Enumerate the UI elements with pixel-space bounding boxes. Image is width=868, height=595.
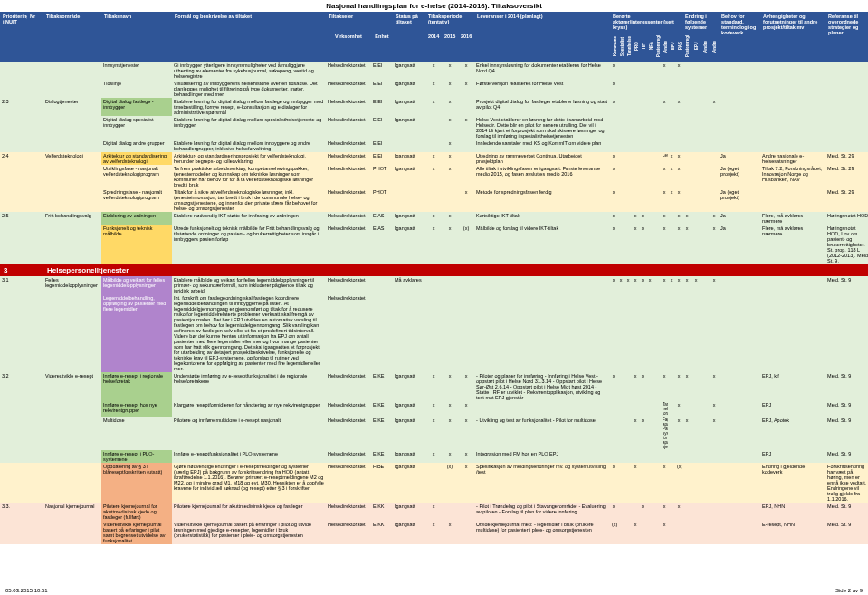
- actor-cell: [646, 165, 653, 188]
- cell: - Piloter og planer for innføring - Innf…: [474, 372, 610, 401]
- cell: [27, 152, 43, 165]
- cell: Ja: [719, 225, 760, 264]
- cell: x: [425, 225, 442, 264]
- cell: x: [425, 450, 442, 463]
- actor-cell: [668, 116, 675, 139]
- cell: Etablere løsning for digital dialog mell…: [172, 98, 326, 116]
- actor-cell: [617, 401, 625, 417]
- actor-cell: [632, 165, 639, 188]
- actor-cell: x: [668, 188, 675, 212]
- cell: [719, 401, 760, 417]
- change-cell: [682, 521, 692, 544]
- cell: x: [458, 372, 474, 401]
- h-v0: Kommune: [613, 34, 617, 59]
- actor-cell: x: [675, 503, 682, 521]
- cell: Digital dialog andre grupper: [101, 139, 172, 152]
- cell: [27, 372, 43, 401]
- actor-cell: [639, 80, 646, 98]
- cell: Helsedirektoratet: [326, 521, 371, 544]
- actor-cell: [625, 225, 632, 264]
- actor-cell: x: [675, 152, 682, 165]
- cell: [458, 139, 474, 152]
- cell: Alle tiltak i utviklingsfasen er igangsa…: [474, 165, 610, 188]
- cell: Igangsatt: [393, 98, 425, 116]
- actor-cell: [661, 80, 668, 98]
- change-cell: [710, 463, 719, 503]
- cell: [43, 116, 101, 139]
- actor-cell: x: [661, 98, 668, 116]
- table-row: Legemiddelbehandling, oppfølging av pasi…: [0, 294, 868, 372]
- cell: [458, 294, 474, 372]
- cell: [43, 521, 101, 544]
- actor-cell: [653, 212, 661, 225]
- cell: Meld. St. 9: [825, 372, 868, 401]
- cell: x: [442, 417, 458, 450]
- cell: EIAS: [371, 212, 393, 225]
- actor-cell: x: [632, 225, 639, 264]
- actor-cell: x: [661, 225, 668, 264]
- cell: Igangsatt: [393, 450, 425, 463]
- actor-cell: x: [675, 372, 682, 401]
- h-v3: PRO: [634, 34, 639, 59]
- actor-cell: [617, 62, 625, 80]
- change-cell: [701, 463, 710, 503]
- cell: [43, 225, 101, 264]
- actor-cell: [617, 225, 625, 264]
- change-cell: [682, 152, 692, 165]
- cell: (x): [458, 225, 474, 264]
- cell: [474, 294, 610, 372]
- h-v8: PAS: [678, 34, 682, 59]
- cell: [719, 116, 760, 139]
- cell: [27, 116, 43, 139]
- actor-cell: [639, 165, 646, 188]
- cell: x: [442, 372, 458, 401]
- cell: [43, 450, 101, 463]
- actor-cell: x: [661, 212, 668, 225]
- cell: Ja: [719, 212, 760, 225]
- actor-cell: [646, 152, 653, 165]
- cell: Tiltak for å sikre at velferdsteknologis…: [172, 188, 326, 212]
- change-cell: [710, 62, 719, 80]
- actor-cell: [675, 116, 682, 139]
- cell: Dialogtjenester: [43, 98, 101, 116]
- h-v7: EPJ: [671, 34, 675, 59]
- change-cell: x: [682, 276, 692, 294]
- actor-cell: [653, 276, 661, 294]
- cell: 2.4: [0, 152, 27, 165]
- change-cell: [701, 294, 710, 372]
- cell: Tiltak 7.2, Forskningsrådet, Innovasjon …: [760, 165, 825, 188]
- cell: [0, 225, 27, 264]
- cell: Etablering av ordningen: [101, 212, 172, 225]
- change-cell: [692, 98, 701, 116]
- cell: [43, 188, 101, 212]
- change-cell: [692, 80, 701, 98]
- cell: Arkitektur og standardisering av velferd…: [101, 152, 172, 165]
- change-cell: [710, 152, 719, 165]
- change-cell: [692, 225, 701, 264]
- h-std: Behov for standard, terminologi og kodev…: [719, 12, 760, 62]
- actor-cell: x: [675, 212, 682, 225]
- change-cell: [701, 521, 710, 544]
- cell: Helsedirektoratet: [326, 212, 371, 225]
- h-status: Status på tiltaket: [393, 12, 425, 32]
- change-cell: [692, 212, 701, 225]
- cell: Helsedirektoratet: [326, 450, 371, 463]
- actor-cell: x: [675, 188, 682, 212]
- h-v6: Pasientregl: [656, 34, 661, 59]
- cell: Gjøre nødvendige endringer i e-reseptmel…: [172, 463, 326, 503]
- cell: Felles legemiddelopplysninger: [43, 276, 101, 294]
- cell: Målbilde og forslag til videre IKT-tilta…: [474, 225, 610, 264]
- actor-cell: [646, 116, 653, 139]
- h-y15: 2015: [442, 32, 458, 62]
- change-cell: [682, 463, 692, 503]
- cell: [442, 294, 458, 372]
- actor-cell: [653, 521, 661, 544]
- cell: x: [425, 165, 442, 188]
- cell: - Utvikling og test av funksjonalitet - …: [474, 417, 610, 450]
- change-cell: x: [692, 276, 701, 294]
- cell: 2.3: [0, 98, 27, 116]
- actor-cell: x: [610, 152, 617, 165]
- actor-cell: [617, 152, 625, 165]
- cell: x: [425, 98, 442, 116]
- h-nr: Nr: [27, 12, 43, 62]
